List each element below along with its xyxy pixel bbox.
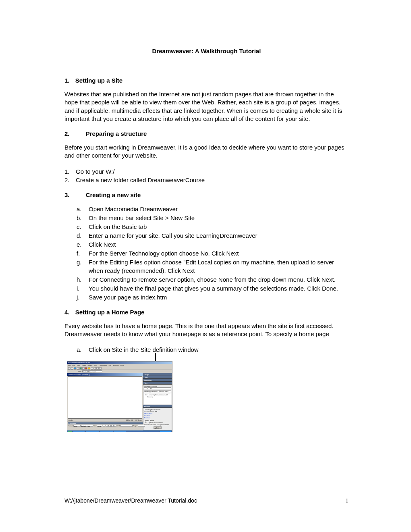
view-button[interactable] xyxy=(68,370,71,372)
taskbar-item[interactable]: Dreamweaver T... xyxy=(85,431,100,432)
document-titlebar: Untitled Document (Untitled-1) xyxy=(67,373,143,376)
menu-file[interactable]: File xyxy=(68,364,71,366)
menu-edit[interactable]: Edit xyxy=(73,364,75,366)
page-footer: W://jtabone/Dreamweaver/Dreamweaver Tuto… xyxy=(64,497,349,505)
list-item: j.Save your page as index.htm xyxy=(77,293,349,301)
taskbar-item[interactable]: Untitled - Paint xyxy=(114,431,126,432)
section-1-paragraph: Websites that are published on the Inter… xyxy=(64,90,349,123)
system-tray[interactable]: 12:34 PM xyxy=(160,431,172,432)
update-button[interactable]: Update xyxy=(154,426,162,429)
toolbar-button[interactable] xyxy=(99,367,102,370)
toolbar-button[interactable] xyxy=(106,370,109,372)
section-4-paragraph: Every website has to have a home page. T… xyxy=(64,322,349,339)
section-3-label: Creating a new site xyxy=(86,191,141,198)
site-tree[interactable]: Site - LearningDreamweaver (W: Desktop xyxy=(144,393,171,404)
size-select[interactable]: None xyxy=(97,425,102,427)
update-text: Click Update to connect to macromedia.co… xyxy=(144,422,171,426)
toolbar-button[interactable] xyxy=(96,367,99,370)
menu-help[interactable]: Help xyxy=(120,364,124,366)
toolbar-button[interactable] xyxy=(77,367,79,370)
taskbar-item[interactable]: Adobe InCopy xyxy=(73,431,85,432)
list-item: h.For Connecting to remote server option… xyxy=(77,275,349,284)
panel-design-head[interactable]: Design xyxy=(143,373,172,376)
panel-code-head[interactable]: Code xyxy=(143,376,172,379)
footer-page-number: 1 xyxy=(345,497,349,505)
status-size: 640 x 480 • 1K / 1 sec xyxy=(126,419,142,422)
insert-toolbar xyxy=(67,367,172,370)
align-button[interactable] xyxy=(114,425,116,427)
section-3-alphalist: a.Open Macromedia Dreamweaver b.On the m… xyxy=(64,205,349,301)
list-item: g.For the Editing Files option choose "E… xyxy=(77,258,349,275)
link-label: Link xyxy=(117,425,120,427)
section-1-label: Setting up a Site xyxy=(75,77,123,84)
target-label: Target xyxy=(133,425,137,427)
toolbar-button[interactable] xyxy=(79,367,82,370)
toolbar-button[interactable] xyxy=(82,367,85,370)
menu-insert[interactable]: Insert xyxy=(82,364,86,366)
panel-app-head[interactable]: Application xyxy=(143,379,172,382)
panel-files-head[interactable]: Files xyxy=(143,382,172,384)
document-canvas[interactable] xyxy=(68,376,142,419)
target-select[interactable] xyxy=(138,425,145,427)
view-select[interactable]: Local View xyxy=(160,390,171,392)
menu-text[interactable]: Text xyxy=(94,364,97,366)
tree-item[interactable]: Desktop xyxy=(145,396,170,398)
menu-window[interactable]: Window xyxy=(113,364,118,366)
section-2-numlist: 1.Go to your W:/ 2.Create a new folder c… xyxy=(64,167,349,184)
menu-site[interactable]: Site xyxy=(108,364,111,366)
section-2-heading: 2. Preparing a structure xyxy=(64,130,349,137)
menu-modify[interactable]: Modify xyxy=(87,364,92,366)
tag-selector[interactable]: <body> xyxy=(68,419,73,422)
size-label: Size xyxy=(93,425,97,427)
section-4-alphalist: a.Click on Site in the Site definition w… xyxy=(64,345,349,354)
menu-view[interactable]: View xyxy=(77,364,81,366)
files-icon[interactable] xyxy=(144,387,147,389)
menu-commands[interactable]: Commands xyxy=(99,364,107,366)
toolbar-button[interactable] xyxy=(85,367,87,370)
app-menubar: File Edit View Insert Modify Text Comman… xyxy=(67,364,172,367)
panel-answers-head[interactable]: Answers xyxy=(143,405,172,408)
list-item: b.On the menu bar select Site > New Site xyxy=(77,214,349,222)
section-1-num: 1. xyxy=(64,77,70,84)
italic-button[interactable] xyxy=(106,425,108,427)
section-3-num: 3. xyxy=(64,191,70,198)
dreamweaver-screenshot: Macromedia Dreamweaver MX File Edit View… xyxy=(67,361,349,432)
format-select[interactable]: None xyxy=(73,425,81,427)
list-item: a.Open Macromedia Dreamweaver xyxy=(77,205,349,213)
list-item: e.Click Next xyxy=(77,240,349,249)
section-2-num: 2. xyxy=(64,130,70,137)
footer-path: W://jtabone/Dreamweaver/Dreamweaver Tuto… xyxy=(64,497,197,505)
toolbar-button[interactable] xyxy=(68,367,71,370)
toolbar-button[interactable] xyxy=(103,370,106,372)
view-button[interactable] xyxy=(75,370,77,372)
taskbar-item[interactable]: Macromedia D... xyxy=(100,431,113,432)
link-input[interactable] xyxy=(120,425,133,427)
toolbar-button[interactable] xyxy=(88,367,90,370)
view-button[interactable] xyxy=(71,370,74,372)
list-item: 2.Create a new folder called Dreamweaver… xyxy=(64,176,349,184)
toolbar-button[interactable] xyxy=(74,367,76,370)
bold-button[interactable] xyxy=(103,425,105,427)
app-window: Macromedia Dreamweaver MX File Edit View… xyxy=(67,361,172,432)
refresh-icon[interactable] xyxy=(147,387,151,389)
start-button[interactable]: Start xyxy=(68,431,73,432)
title-input[interactable]: Untitled Document xyxy=(82,370,102,372)
font-select[interactable]: Default Font xyxy=(81,425,93,427)
toolbar-button[interactable] xyxy=(93,367,96,370)
list-item: d.Enter a name for your site. Call you s… xyxy=(77,231,349,240)
list-item: i.You should have the final page that gi… xyxy=(77,284,349,293)
toolbar-button[interactable] xyxy=(71,367,73,370)
answers-link[interactable]: Tutorials xyxy=(144,417,171,419)
section-2-label: Preparing a structure xyxy=(86,130,147,137)
align-button[interactable] xyxy=(111,425,114,427)
list-item: a.Click on Site in the Site definition w… xyxy=(77,345,349,354)
document-toolbar: Title: Untitled Document xyxy=(67,370,172,373)
document-area: Untitled Document (Untitled-1) <body> 64… xyxy=(67,373,143,422)
toolbar-button[interactable] xyxy=(91,367,93,370)
files-toolbar-cell[interactable] xyxy=(151,387,171,389)
section-4-label: Setting up a Home Page xyxy=(75,309,145,316)
answers-panel: Learning Macromedia Dreamweaver MX What'… xyxy=(143,408,172,430)
align-button[interactable] xyxy=(108,425,111,427)
list-item: 1.Go to your W:/ xyxy=(64,167,349,176)
site-select[interactable]: LearningDreamwe xyxy=(144,390,160,392)
